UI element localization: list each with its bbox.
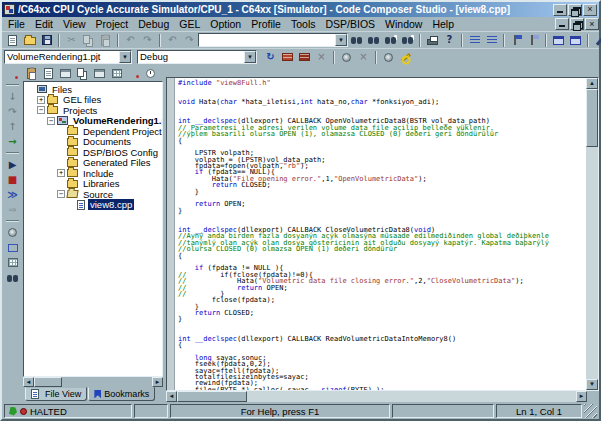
tree-collapse-minus-icon[interactable]: −	[37, 106, 45, 114]
hscroll-track[interactable]	[247, 391, 576, 402]
step-out-icon[interactable]: ↑	[4, 119, 21, 134]
register-window-icon[interactable]	[125, 66, 142, 81]
editor-vscrollbar[interactable]: ▲ ▼	[586, 78, 598, 390]
menu-help[interactable]: Help	[427, 18, 459, 30]
quick-watch-icon[interactable]	[4, 270, 21, 285]
tree-expand-plus-icon[interactable]: +	[37, 96, 45, 104]
code-area[interactable]: #include "view8Full.h"void Hata(char *ha…	[175, 78, 586, 390]
tree-item-include[interactable]: +Include	[24, 168, 162, 179]
vscroll-track[interactable]	[586, 147, 598, 379]
project-combo[interactable]: VolumeRendering1.pjt ▼	[4, 50, 132, 64]
find-in-files-icon[interactable]	[382, 33, 399, 48]
clock-icon[interactable]	[142, 66, 159, 81]
run-icon[interactable]: ▶	[4, 157, 21, 172]
context-help-icon[interactable]: ?	[441, 33, 458, 48]
paste-icon[interactable]	[23, 66, 40, 81]
resize-grip[interactable]	[584, 404, 597, 418]
minimize-button[interactable]	[553, 4, 567, 16]
hscroll-thumb[interactable]	[177, 391, 247, 402]
memory-window-icon[interactable]	[108, 66, 125, 81]
tree-collapse-minus-icon[interactable]: −	[57, 190, 65, 198]
tree-item-documents[interactable]: Documents	[24, 137, 162, 148]
toggle-breakpoint-icon[interactable]	[4, 225, 21, 240]
scroll-down-icon[interactable]: ▼	[586, 379, 598, 390]
tree-item-dsp-bios-config[interactable]: DSP/BIOS Config	[24, 147, 162, 158]
close-button[interactable]: ×	[583, 4, 597, 16]
mark-edit-icon[interactable]	[592, 33, 601, 48]
restart-icon[interactable]	[4, 66, 21, 81]
tree-item-gel-files[interactable]: +GEL files	[24, 95, 162, 106]
paste-icon[interactable]	[97, 33, 114, 48]
project-tree[interactable]: Files+GEL files−Projects−VolumeRendering…	[23, 81, 163, 377]
restore-button[interactable]	[568, 4, 582, 16]
menu-window[interactable]: Window	[380, 18, 427, 30]
rebuild-all-icon[interactable]	[296, 50, 313, 65]
find-icon[interactable]	[348, 33, 365, 48]
document-restore-button[interactable]	[570, 18, 584, 30]
tree-item-generated-files[interactable]: Generated Files	[24, 158, 162, 169]
save-file-icon[interactable]	[38, 33, 55, 48]
animate-icon[interactable]: ≫	[4, 187, 21, 202]
redo-all-icon[interactable]: ↷	[181, 33, 198, 48]
halt-icon[interactable]: ■	[4, 172, 21, 187]
cut-icon[interactable]: ✂	[63, 33, 80, 48]
scroll-left-icon[interactable]: ◄	[166, 391, 177, 402]
outdent-icon[interactable]	[466, 33, 483, 48]
menu-dsp-bios[interactable]: DSP/BIOS	[320, 18, 380, 30]
toggle-bookmark-icon[interactable]	[508, 33, 525, 48]
vscroll-thumb[interactable]	[586, 89, 598, 147]
tree-item-volumerendering1-pjt-deb[interactable]: −VolumeRendering1.pjt [Deb	[24, 116, 162, 127]
menu-file[interactable]: File	[3, 18, 30, 30]
toggle-breakpoint-icon[interactable]	[338, 50, 355, 65]
edit-window-2-icon[interactable]	[567, 33, 584, 48]
menu-debug[interactable]: Debug	[133, 18, 174, 30]
new-document-icon[interactable]	[4, 33, 21, 48]
tree-collapse-minus-icon[interactable]: −	[47, 117, 55, 125]
hscroll-track[interactable]	[62, 377, 152, 387]
replace-icon[interactable]	[399, 33, 416, 48]
title-bar[interactable]: /C64xx CPU Cycle Accurate Simulator/CPU_…	[2, 2, 599, 17]
chevron-down-icon[interactable]: ▼	[244, 51, 256, 63]
memory-window-icon[interactable]	[4, 255, 21, 270]
tab-file-view[interactable]: File View	[25, 387, 87, 401]
tree-item-view8-cpp[interactable]: view8.cpp	[24, 200, 162, 211]
chevron-down-icon[interactable]: ▼	[335, 34, 347, 46]
open-file-icon[interactable]	[21, 33, 38, 48]
document-minimize-button[interactable]	[555, 18, 569, 30]
watch-window-icon[interactable]	[91, 66, 108, 81]
menu-edit[interactable]: Edit	[30, 18, 58, 30]
hscroll-thumb[interactable]	[34, 377, 62, 387]
run-free-icon[interactable]: ⇒	[4, 202, 21, 217]
menu-view[interactable]: View	[58, 18, 91, 30]
undo-all-icon[interactable]: ↶	[164, 33, 181, 48]
project-tree-hscrollbar[interactable]: ◄ ►	[23, 377, 163, 387]
toggle-probe-point-icon[interactable]	[4, 240, 21, 255]
scroll-up-icon[interactable]: ▲	[586, 78, 598, 89]
scroll-right-icon[interactable]: ►	[576, 391, 587, 402]
search-combo[interactable]: ▼	[198, 33, 348, 47]
redo-icon[interactable]: ↷	[139, 33, 156, 48]
stop-build-icon[interactable]: ×	[313, 50, 330, 65]
edit-window-icon[interactable]	[550, 33, 567, 48]
step-into-icon[interactable]: ↓	[4, 89, 21, 104]
menu-tools[interactable]: Tools	[286, 18, 321, 30]
tab-bookmarks[interactable]: Bookmarks	[88, 387, 155, 401]
chevron-down-icon[interactable]: ▼	[119, 51, 131, 63]
remove-breakpoints-icon[interactable]: ×	[355, 50, 372, 65]
tree-item-projects[interactable]: −Projects	[24, 105, 162, 116]
copy-window-icon[interactable]	[74, 66, 91, 81]
build-options-icon[interactable]	[397, 50, 414, 65]
print-icon[interactable]	[424, 33, 441, 48]
build-config-combo[interactable]: Debug ▼	[137, 50, 257, 64]
output-window-icon[interactable]	[57, 66, 74, 81]
menu-project[interactable]: Project	[91, 18, 134, 30]
scroll-right-icon[interactable]: ►	[152, 377, 163, 387]
menu-profile[interactable]: Profile	[246, 18, 286, 30]
menu-gel[interactable]: GEL	[174, 18, 205, 30]
copy-icon[interactable]	[80, 33, 97, 48]
tree-item-dependent-projects[interactable]: Dependent Projects	[24, 126, 162, 137]
options-icon[interactable]	[380, 50, 397, 65]
indent-icon[interactable]	[483, 33, 500, 48]
editor-selection-margin[interactable]	[167, 78, 175, 390]
next-bookmark-icon[interactable]	[525, 33, 542, 48]
